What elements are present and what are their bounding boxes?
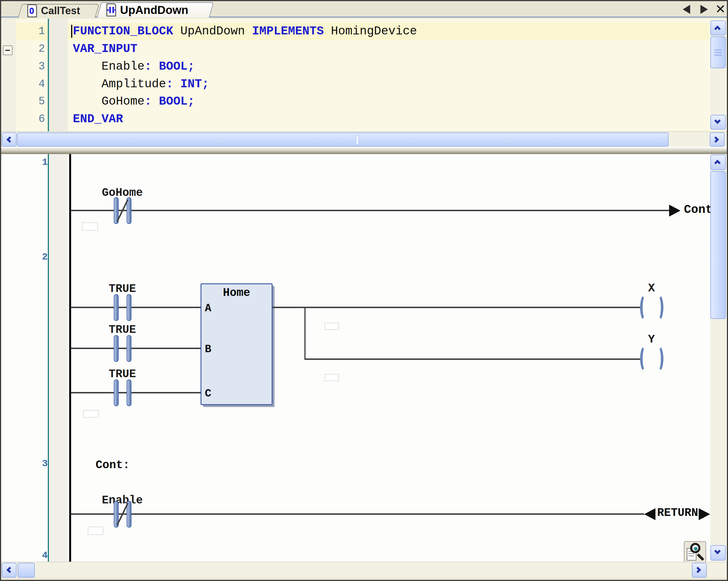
return-arrow-icon (644, 508, 655, 520)
line-number: 1 (18, 23, 45, 40)
contact[interactable] (113, 335, 132, 362)
return-label[interactable]: RETURN (657, 506, 698, 519)
rung-wire (304, 358, 640, 360)
scroll-right-button[interactable] (692, 563, 707, 578)
ladder-editor[interactable]: 1 2 3 4 GoHome Cont TRUE TRUE TRUE Home (1, 154, 727, 562)
contact[interactable] (113, 294, 132, 321)
network-number[interactable]: 4 (35, 550, 48, 561)
scroll-thumb[interactable] (710, 36, 726, 68)
decl-vertical-scrollbar[interactable] (710, 21, 726, 130)
scroll-down-button[interactable] (710, 545, 726, 560)
rung-wire (272, 307, 640, 308)
editor-tab-bar: CallTest UpAndDown ✕ (1, 1, 727, 18)
code-line[interactable]: 6 END_VAR (1, 111, 709, 128)
code-line[interactable]: 3 Enable: BOOL; (1, 58, 709, 75)
code-text: Amplitude: INT; (73, 76, 209, 93)
coil-operand-label[interactable]: X (617, 282, 685, 295)
tab-upanddown[interactable]: UpAndDown (99, 2, 212, 18)
line-number: 2 (18, 40, 45, 57)
close-button[interactable]: ✕ (715, 3, 726, 15)
scroll-up-button[interactable] (710, 21, 726, 35)
declaration-editor[interactable]: 1 FUNCTION_BLOCK UpAndDown IMPLEMENTS Ho… (1, 19, 727, 131)
scroll-up-button[interactable] (710, 155, 726, 170)
coil[interactable] (640, 294, 664, 321)
rung-jump-label[interactable]: Cont: (96, 459, 130, 472)
scroll-thumb[interactable] (17, 133, 669, 147)
operand-placeholder[interactable] (83, 410, 99, 418)
network-number[interactable]: 1 (35, 157, 48, 168)
code-line[interactable]: 5 GoHome: BOOL; (1, 93, 709, 110)
ladder-vertical-scrollbar[interactable] (710, 155, 726, 561)
rung-wire (71, 348, 201, 349)
pane-splitter[interactable] (1, 147, 727, 154)
prev-tab-button[interactable] (683, 5, 690, 14)
code-line[interactable]: 4 Amplitude: INT; (1, 76, 709, 93)
next-tab-button[interactable] (700, 5, 708, 14)
magnifier-icon (690, 543, 700, 553)
operand-placeholder[interactable] (324, 323, 339, 330)
line-number: 4 (18, 76, 45, 93)
jump-target-label[interactable]: Cont (684, 203, 713, 217)
code-text: VAR_INPUT (73, 40, 137, 57)
input-pin-label: C (205, 387, 211, 400)
rung-wire (71, 210, 669, 211)
network-number[interactable]: 3 (35, 458, 48, 469)
code-text: END_VAR (73, 111, 123, 128)
rung-wire (71, 513, 644, 515)
tab-label: UpAndDown (120, 4, 188, 17)
line-number: 6 (18, 111, 45, 128)
decl-horizontal-scrollbar[interactable] (1, 131, 727, 147)
ladder-pou-icon (106, 3, 116, 17)
contact-operand-label[interactable]: TRUE (88, 282, 156, 295)
rung-wire (71, 392, 201, 393)
jump-arrow-icon (669, 205, 680, 217)
operand-placeholder[interactable] (87, 526, 104, 535)
function-block-title: Home (202, 286, 272, 299)
text-caret (71, 25, 72, 38)
negated-contact[interactable] (113, 501, 132, 528)
code-line[interactable]: 1 FUNCTION_BLOCK UpAndDown IMPLEMENTS Ho… (1, 23, 709, 40)
negated-contact[interactable] (113, 197, 132, 224)
tab-calltest[interactable]: CallTest (20, 4, 97, 18)
code-text: Enable: BOOL; (73, 58, 195, 75)
line-number: 5 (18, 93, 45, 110)
scroll-down-button[interactable] (710, 115, 726, 130)
tab-label: CallTest (41, 5, 80, 17)
zoom-button[interactable] (684, 541, 706, 562)
power-rail (69, 154, 71, 562)
operand-placeholder[interactable] (324, 374, 339, 381)
input-pin-label: A (205, 302, 211, 314)
rung-wire (71, 307, 201, 308)
input-pin-label: B (205, 343, 211, 355)
contact[interactable] (113, 380, 132, 406)
operand-placeholder[interactable] (82, 222, 98, 231)
code-line[interactable]: 2 VAR_INPUT (1, 40, 709, 57)
line-number: 3 (18, 58, 45, 75)
scroll-left-button[interactable] (2, 133, 17, 147)
scroll-left-button[interactable] (2, 563, 17, 578)
scroll-thumb[interactable] (18, 563, 35, 578)
coil-operand-label[interactable]: Y (617, 333, 685, 346)
pou-icon-calltest (27, 4, 37, 17)
network-number[interactable]: 2 (35, 252, 48, 262)
contact-operand-label[interactable]: TRUE (88, 368, 156, 381)
ide-window: CallTest UpAndDown ✕ 1 (0, 0, 728, 581)
scroll-thumb[interactable] (710, 171, 726, 319)
gutter-band (49, 154, 68, 562)
ladder-horizontal-scrollbar[interactable] (1, 562, 727, 578)
return-arrow-icon (699, 508, 710, 520)
function-block[interactable]: Home A B C (201, 283, 272, 405)
code-text: FUNCTION_BLOCK UpAndDown IMPLEMENTS Homi… (73, 23, 417, 40)
scroll-right-button[interactable] (710, 133, 725, 147)
branch-wire (304, 307, 306, 360)
coil[interactable] (640, 345, 664, 372)
code-text: GoHome: BOOL; (73, 93, 195, 110)
contact-operand-label[interactable]: TRUE (88, 324, 156, 336)
